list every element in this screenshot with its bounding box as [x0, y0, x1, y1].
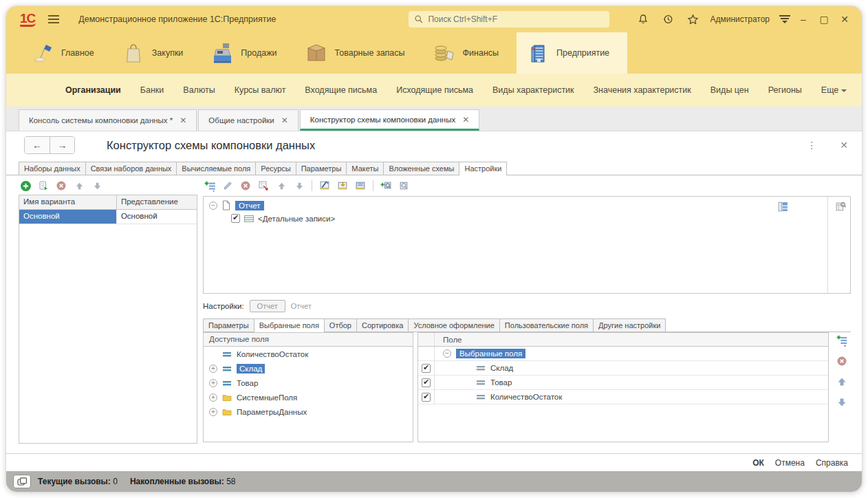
field-checkbox[interactable]: [422, 364, 431, 373]
tab-resursy[interactable]: Ресурсы: [255, 162, 296, 175]
move-field-down-button[interactable]: [835, 396, 849, 409]
global-search[interactable]: [409, 11, 609, 28]
tab-otbor[interactable]: Отбор: [324, 318, 357, 332]
search-input[interactable]: [428, 14, 604, 24]
collapse-icon[interactable]: −: [209, 202, 217, 210]
current-user[interactable]: Администратор: [710, 14, 770, 24]
selected-fields-group-row[interactable]: − Выбранные поля: [418, 347, 828, 361]
column-header-name[interactable]: Имя варианта: [19, 195, 117, 209]
close-tab-icon[interactable]: ✕: [462, 115, 469, 124]
menu-item-regiony[interactable]: Регионы: [768, 85, 802, 95]
menu-more-button[interactable]: Еще: [821, 85, 847, 95]
settings-constructor-button[interactable]: [318, 179, 332, 193]
load-settings-button[interactable]: [336, 179, 349, 193]
section-glavnoe[interactable]: Главное: [21, 32, 112, 74]
back-button[interactable]: ←: [25, 137, 50, 153]
1c-logo-icon[interactable]: 1С: [20, 12, 36, 27]
tab-parametry-settings[interactable]: Параметры: [203, 318, 254, 332]
minimize-button[interactable]: –: [796, 14, 811, 25]
expand-icon[interactable]: +: [209, 408, 217, 416]
detail-records-label[interactable]: <Детальные записи>: [258, 215, 335, 223]
save-settings-button[interactable]: [354, 179, 367, 193]
tab-parametry[interactable]: Параметры: [296, 162, 347, 175]
move-element-up-button[interactable]: [274, 179, 288, 193]
ok-button[interactable]: ОК: [752, 458, 764, 468]
selected-fields-group-label[interactable]: Выбранные поля: [456, 349, 525, 358]
menu-item-organizacii[interactable]: Организации: [65, 85, 121, 95]
selected-field-row[interactable]: КоличествоОстаток: [418, 390, 828, 404]
add-variant-button[interactable]: [19, 179, 32, 193]
add-user-setting-button[interactable]: [379, 179, 393, 193]
menu-item-vidy-harakteristik[interactable]: Виды характеристик: [492, 85, 574, 95]
section-prodazhi[interactable]: Продажи: [201, 32, 294, 74]
tab-konsol-skd[interactable]: Консоль системы компоновки данных * ✕: [19, 109, 197, 131]
selected-field-row[interactable]: Товар: [418, 376, 828, 390]
tab-makety[interactable]: Макеты: [346, 162, 384, 175]
delete-variant-button[interactable]: [54, 179, 68, 193]
column-header-repr[interactable]: Представление: [117, 195, 182, 209]
user-menu-icon[interactable]: [779, 15, 790, 23]
tab-nabory-dannyh[interactable]: Наборы данных: [19, 162, 86, 175]
field-column-header[interactable]: Поле: [435, 336, 462, 344]
report-context-button[interactable]: Отчет: [250, 300, 285, 312]
menu-item-kursy-valyut[interactable]: Курсы валют: [235, 85, 286, 95]
view-user-setting-button[interactable]: [397, 179, 411, 193]
forward-button[interactable]: →: [50, 137, 74, 153]
tab-vybrannye-polya[interactable]: Выбранные поля: [254, 318, 325, 332]
delete-field-button[interactable]: [835, 354, 849, 368]
delete-element-button[interactable]: [239, 179, 252, 193]
menu-item-znacheniya-harakteristik[interactable]: Значения характеристик: [594, 85, 691, 95]
available-field-row[interactable]: + ПараметрыДанных: [204, 404, 413, 419]
detail-records-checkbox[interactable]: [231, 214, 240, 223]
add-field-button[interactable]: [835, 334, 849, 347]
menu-item-vhodyashchie-pisma[interactable]: Входящие письма: [305, 85, 377, 95]
copy-variant-button[interactable]: [36, 179, 50, 193]
menu-item-banki[interactable]: Банки: [140, 85, 164, 95]
expand-icon[interactable]: +: [209, 365, 217, 373]
edit-element-button[interactable]: [221, 179, 235, 193]
tab-polzovatelskie-polya[interactable]: Пользовательские поля: [499, 318, 594, 332]
section-finansy[interactable]: Финансы: [423, 32, 517, 74]
maximize-button[interactable]: ▢: [816, 14, 832, 25]
move-element-down-button[interactable]: [292, 179, 306, 193]
history-icon[interactable]: [659, 10, 677, 28]
available-field-row[interactable]: + СистемныеПоля: [204, 390, 413, 404]
more-menu-icon[interactable]: ⋮: [807, 140, 816, 151]
tab-drugie-nastroyki[interactable]: Другие настройки: [593, 318, 666, 332]
expand-icon[interactable]: +: [209, 393, 217, 402]
tab-sortirovka[interactable]: Сортировка: [356, 318, 409, 332]
settings-wizard-button[interactable]: [257, 179, 270, 193]
add-element-button[interactable]: [203, 179, 217, 193]
available-field-row[interactable]: + Склад: [204, 361, 413, 376]
field-checkbox[interactable]: [422, 393, 431, 402]
tab-obshchie-nastroyki[interactable]: Общие настройки ✕: [198, 109, 299, 131]
tab-vychislyaemye-polya[interactable]: Вычисляемые поля: [176, 162, 256, 175]
favorites-star-icon[interactable]: [684, 10, 702, 28]
performance-indicator-icon[interactable]: [13, 475, 31, 488]
variant-row[interactable]: Основной Основной: [19, 210, 197, 224]
move-down-button[interactable]: [90, 179, 104, 193]
close-button[interactable]: ✕: [837, 14, 852, 25]
tab-nastroyki[interactable]: Настройки: [459, 162, 507, 175]
tab-vlozhennye-shemy[interactable]: Вложенные схемы: [383, 162, 459, 175]
tab-svyazi-naborov[interactable]: Связи наборов данных: [85, 162, 177, 175]
close-form-icon[interactable]: ✕: [840, 140, 848, 151]
selected-field-row[interactable]: Склад: [418, 361, 828, 376]
structure-preview-icon[interactable]: [834, 199, 847, 213]
menu-item-vidy-cen[interactable]: Виды цен: [710, 85, 749, 95]
close-tab-icon[interactable]: ✕: [180, 116, 186, 125]
available-field-row[interactable]: КоличествоОстаток: [204, 347, 413, 361]
menu-item-iskhodyashchie-pisma[interactable]: Исходящие письма: [396, 85, 473, 95]
close-tab-icon[interactable]: ✕: [281, 116, 288, 125]
tab-konstruktor-skd[interactable]: Конструктор схемы компоновки данных ✕: [300, 109, 479, 131]
variant-name-cell[interactable]: Основной: [19, 210, 117, 224]
main-menu-icon[interactable]: [48, 15, 59, 23]
cancel-button[interactable]: Отмена: [775, 458, 805, 468]
report-structure-grid-icon[interactable]: [776, 199, 790, 213]
help-button[interactable]: Справка: [816, 458, 848, 468]
tree-row-detail-records[interactable]: <Детальные записи>: [204, 212, 850, 224]
available-field-row[interactable]: + Товар: [204, 376, 413, 390]
field-checkbox[interactable]: [422, 378, 431, 387]
report-node-label[interactable]: Отчет: [235, 201, 264, 210]
menu-item-valyuty[interactable]: Валюты: [183, 85, 215, 95]
